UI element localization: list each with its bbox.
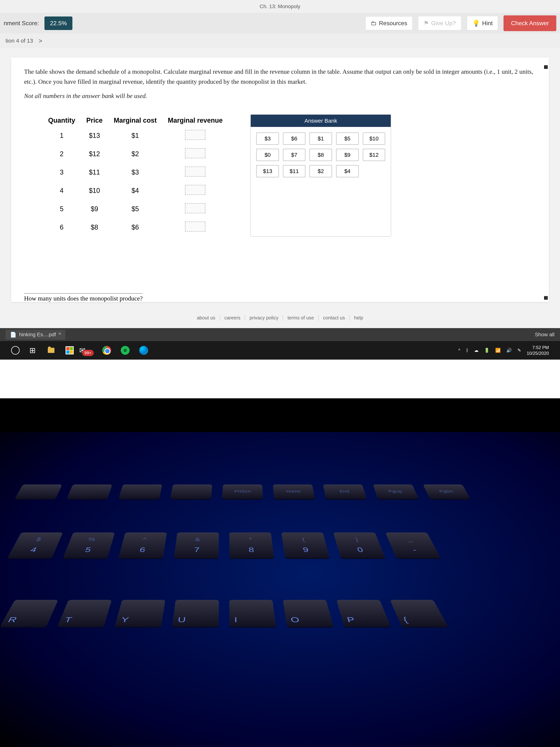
keyboard-key: &7 [174, 533, 219, 558]
pen-icon[interactable]: ✎ [517, 348, 521, 353]
assignment-header: nment Score: 22.5% 🗀 Resources ⚑ Give Up… [0, 13, 560, 33]
clock[interactable]: 7:52 PM 10/25/2020 [527, 344, 549, 356]
keyboard-key [15, 485, 62, 499]
keyboard-key: End [323, 485, 367, 499]
download-item[interactable]: 📄 hinking Es....pdf ^ [5, 330, 65, 340]
question-counter: tion 4 of 13 [5, 37, 33, 44]
footer-link[interactable]: privacy policy [245, 315, 283, 321]
bluetooth-icon[interactable]: ᛒ [466, 348, 469, 353]
task-view-icon[interactable]: ⊞ [27, 345, 38, 356]
tray-chevron-icon[interactable]: ^ [458, 348, 460, 353]
volume-icon[interactable]: 🔊 [506, 348, 512, 353]
cell-marginal-cost: $3 [108, 163, 162, 182]
table-row: 2$12$2 [43, 145, 228, 163]
physical-keyboard: PrtScnHomeEndPgUpPgDn $4%5^6&7*8(9)0_- R… [0, 432, 560, 747]
spotify-icon[interactable]: ≡ [119, 345, 131, 356]
cell-quantity: 5 [43, 200, 81, 218]
cell-price: $12 [81, 145, 108, 163]
answer-chip[interactable]: $4 [336, 165, 359, 177]
file-explorer-icon[interactable] [46, 345, 57, 356]
check-answer-button[interactable]: Check Answer [504, 16, 556, 31]
flag-icon: ⚑ [424, 20, 429, 27]
table-row: 1$13$1 [43, 127, 228, 145]
cell-marginal-revenue-dropzone[interactable] [162, 127, 228, 145]
cortana-icon[interactable] [11, 346, 20, 355]
keyboard-key: %5 [63, 533, 115, 558]
keyboard-key: I [229, 600, 276, 626]
keyboard-key: U [172, 600, 219, 626]
cell-marginal-cost: $2 [108, 145, 162, 163]
answer-chip[interactable]: $13 [256, 165, 279, 177]
answer-chip[interactable]: $2 [310, 165, 332, 177]
scroll-up-icon[interactable]: ▴ [544, 65, 548, 69]
cell-marginal-cost: $1 [108, 127, 162, 145]
answer-chip[interactable]: $3 [256, 132, 279, 145]
footer-links: about uscareersprivacy policyterms of us… [0, 308, 560, 328]
cell-quantity: 6 [43, 218, 81, 237]
keyboard-key [170, 485, 212, 499]
cell-marginal-revenue-dropzone[interactable] [162, 163, 228, 182]
answer-chip[interactable]: $7 [283, 149, 305, 161]
cell-marginal-revenue-dropzone[interactable] [162, 182, 228, 200]
footer-link[interactable]: contact us [319, 315, 350, 321]
cell-marginal-revenue-dropzone[interactable] [162, 145, 228, 163]
mail-badge: 99+ [82, 350, 94, 356]
keyboard-key: (9 [281, 533, 330, 558]
question-note: Not all numbers in the answer bank will … [24, 93, 536, 100]
demand-table: Quantity Price Marginal cost Marginal re… [43, 114, 228, 237]
footer-link[interactable]: help [350, 315, 368, 321]
hint-label: Hint [482, 20, 493, 27]
scroll-down-icon[interactable]: ▾ [544, 296, 548, 300]
score-badge: 22.5% [45, 17, 73, 30]
chevron-up-icon[interactable]: ^ [58, 332, 61, 338]
answer-chip[interactable]: $12 [363, 149, 385, 161]
keyboard-key: O [283, 600, 334, 626]
date: 10/25/2020 [527, 350, 549, 356]
table-row: 3$11$3 [43, 163, 228, 182]
hint-button[interactable]: 💡 Hint [467, 16, 498, 30]
table-row: 4$10$4 [43, 182, 228, 200]
microsoft-store-icon[interactable] [64, 345, 75, 356]
cell-marginal-cost: $4 [108, 182, 162, 200]
resources-button[interactable]: 🗀 Resources [365, 16, 412, 30]
wifi-icon[interactable]: 📶 [495, 348, 501, 353]
cell-quantity: 4 [43, 182, 81, 200]
cell-marginal-revenue-dropzone[interactable] [162, 218, 228, 237]
answer-chip[interactable]: $9 [336, 149, 359, 161]
answer-chip[interactable]: $5 [336, 132, 359, 145]
keyboard-key: ^6 [118, 533, 167, 558]
keyboard-key: *8 [229, 533, 274, 558]
cell-marginal-cost: $5 [108, 200, 162, 218]
give-up-label: Give Up? [431, 20, 456, 27]
cell-quantity: 2 [43, 145, 81, 163]
pdf-icon: 📄 [10, 332, 17, 338]
battery-icon[interactable]: 🔋 [484, 348, 490, 353]
keyboard-key: R [0, 600, 58, 626]
table-row: 5$9$5 [43, 200, 228, 218]
time: 7:52 PM [527, 344, 549, 350]
onedrive-icon[interactable]: ☁ [474, 348, 479, 353]
answer-chip[interactable]: $6 [283, 132, 305, 145]
keyboard-key [118, 485, 162, 499]
mail-icon[interactable]: ✉99+ [83, 345, 94, 356]
answer-chip[interactable]: $0 [256, 149, 279, 161]
answer-chip[interactable]: $11 [283, 165, 305, 177]
answer-chip[interactable]: $8 [310, 149, 332, 161]
browser-tab-bar: Ch. 13: Monopoly [0, 0, 560, 13]
folder-icon: 🗀 [371, 20, 377, 27]
edge-icon[interactable] [138, 345, 149, 356]
answer-chip[interactable]: $10 [363, 132, 385, 145]
footer-link[interactable]: terms of use [283, 315, 319, 321]
footer-link[interactable]: about us [192, 315, 220, 321]
chrome-icon[interactable] [101, 345, 112, 356]
col-quantity: Quantity [43, 114, 81, 127]
keyboard-key: T [57, 600, 112, 626]
keyboard-key [67, 485, 112, 499]
cell-marginal-revenue-dropzone[interactable] [162, 200, 228, 218]
answer-chip[interactable]: $1 [310, 132, 332, 145]
show-all-downloads[interactable]: Show all [535, 332, 555, 338]
footer-link[interactable]: careers [220, 315, 245, 321]
next-question-button[interactable]: > [38, 37, 42, 45]
keyboard-key: { [390, 600, 448, 626]
keyboard-key: Home [273, 485, 315, 499]
